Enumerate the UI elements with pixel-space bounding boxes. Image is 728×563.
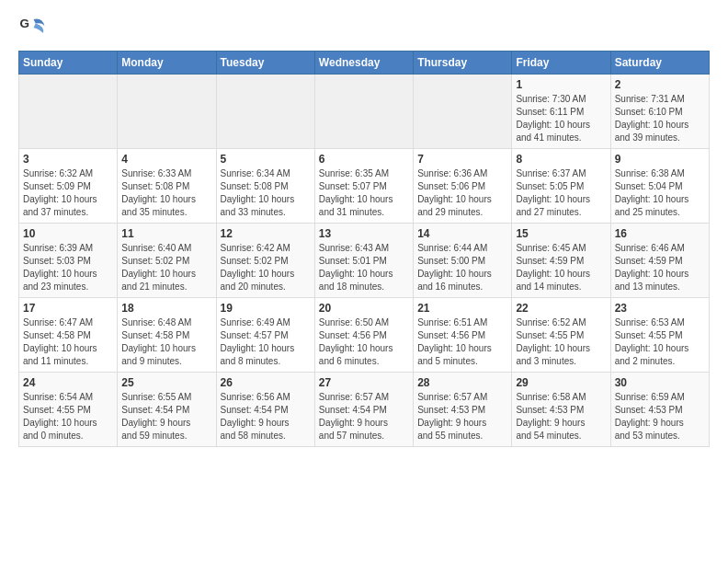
day-info: Sunrise: 7:31 AM Sunset: 6:10 PM Dayligh… bbox=[615, 93, 705, 144]
day-number: 6 bbox=[319, 153, 409, 166]
calendar-cell: 27Sunrise: 6:57 AM Sunset: 4:54 PM Dayli… bbox=[314, 373, 413, 447]
header-row: SundayMondayTuesdayWednesdayThursdayFrid… bbox=[19, 52, 710, 75]
day-number: 20 bbox=[319, 302, 409, 315]
calendar-table: SundayMondayTuesdayWednesdayThursdayFrid… bbox=[18, 51, 710, 447]
day-number: 30 bbox=[615, 376, 705, 389]
day-number: 12 bbox=[221, 227, 311, 240]
day-info: Sunrise: 6:57 AM Sunset: 4:54 PM Dayligh… bbox=[319, 391, 409, 442]
day-number: 13 bbox=[319, 227, 409, 240]
day-info: Sunrise: 6:43 AM Sunset: 5:01 PM Dayligh… bbox=[319, 242, 409, 293]
day-info: Sunrise: 6:52 AM Sunset: 4:55 PM Dayligh… bbox=[516, 316, 606, 368]
day-info: Sunrise: 6:35 AM Sunset: 5:07 PM Dayligh… bbox=[319, 167, 409, 219]
day-number: 29 bbox=[516, 376, 606, 389]
calendar-cell bbox=[118, 75, 216, 149]
column-header-tuesday: Tuesday bbox=[216, 52, 314, 75]
day-info: Sunrise: 6:53 AM Sunset: 4:55 PM Dayligh… bbox=[615, 316, 705, 368]
calendar-cell: 6Sunrise: 6:35 AM Sunset: 5:07 PM Daylig… bbox=[314, 149, 413, 224]
day-number: 8 bbox=[516, 153, 606, 166]
calendar-cell: 11Sunrise: 6:40 AM Sunset: 5:02 PM Dayli… bbox=[118, 224, 216, 298]
calendar-body: 1Sunrise: 7:30 AM Sunset: 6:11 PM Daylig… bbox=[19, 75, 710, 447]
day-number: 18 bbox=[121, 302, 211, 315]
day-info: Sunrise: 6:55 AM Sunset: 4:54 PM Dayligh… bbox=[121, 391, 211, 442]
day-number: 24 bbox=[23, 376, 113, 389]
day-info: Sunrise: 6:42 AM Sunset: 5:02 PM Dayligh… bbox=[221, 242, 311, 293]
day-number: 3 bbox=[23, 153, 113, 166]
day-number: 25 bbox=[121, 376, 211, 389]
column-header-saturday: Saturday bbox=[610, 52, 709, 75]
week-row-5: 24Sunrise: 6:54 AM Sunset: 4:55 PM Dayli… bbox=[19, 373, 710, 447]
day-info: Sunrise: 6:51 AM Sunset: 4:56 PM Dayligh… bbox=[417, 316, 507, 368]
calendar-cell: 7Sunrise: 6:36 AM Sunset: 5:06 PM Daylig… bbox=[414, 149, 512, 224]
day-number: 11 bbox=[121, 227, 211, 240]
week-row-4: 17Sunrise: 6:47 AM Sunset: 4:58 PM Dayli… bbox=[19, 298, 710, 373]
day-number: 17 bbox=[23, 302, 113, 315]
day-info: Sunrise: 6:49 AM Sunset: 4:57 PM Dayligh… bbox=[221, 316, 311, 368]
calendar-cell: 13Sunrise: 6:43 AM Sunset: 5:01 PM Dayli… bbox=[314, 224, 413, 298]
day-number: 4 bbox=[121, 153, 211, 166]
calendar-cell bbox=[314, 75, 413, 149]
day-info: Sunrise: 6:58 AM Sunset: 4:53 PM Dayligh… bbox=[516, 391, 606, 442]
svg-text:G: G bbox=[20, 17, 30, 30]
calendar-cell: 28Sunrise: 6:57 AM Sunset: 4:53 PM Dayli… bbox=[414, 373, 512, 447]
week-row-2: 3Sunrise: 6:32 AM Sunset: 5:09 PM Daylig… bbox=[19, 149, 710, 224]
calendar-cell: 2Sunrise: 7:31 AM Sunset: 6:10 PM Daylig… bbox=[610, 75, 709, 149]
day-number: 7 bbox=[417, 153, 507, 166]
day-info: Sunrise: 6:44 AM Sunset: 5:00 PM Dayligh… bbox=[417, 242, 507, 293]
column-header-monday: Monday bbox=[118, 52, 216, 75]
calendar-cell bbox=[216, 75, 314, 149]
calendar-cell: 5Sunrise: 6:34 AM Sunset: 5:08 PM Daylig… bbox=[216, 149, 314, 224]
day-number: 22 bbox=[516, 302, 606, 315]
day-number: 26 bbox=[221, 376, 311, 389]
calendar-cell: 25Sunrise: 6:55 AM Sunset: 4:54 PM Dayli… bbox=[118, 373, 216, 447]
calendar-cell: 12Sunrise: 6:42 AM Sunset: 5:02 PM Dayli… bbox=[216, 224, 314, 298]
day-number: 10 bbox=[23, 227, 113, 240]
day-number: 28 bbox=[417, 376, 507, 389]
calendar-cell: 24Sunrise: 6:54 AM Sunset: 4:55 PM Dayli… bbox=[19, 373, 118, 447]
column-header-friday: Friday bbox=[512, 52, 610, 75]
day-info: Sunrise: 6:57 AM Sunset: 4:53 PM Dayligh… bbox=[417, 391, 507, 442]
logo-icon: G bbox=[18, 14, 46, 41]
day-info: Sunrise: 6:45 AM Sunset: 4:59 PM Dayligh… bbox=[516, 242, 606, 293]
page-container: G SundayMondayTuesdayWednesdayThursdayFr… bbox=[0, 0, 728, 456]
calendar-cell: 26Sunrise: 6:56 AM Sunset: 4:54 PM Dayli… bbox=[216, 373, 314, 447]
day-info: Sunrise: 6:54 AM Sunset: 4:55 PM Dayligh… bbox=[23, 391, 113, 442]
day-number: 14 bbox=[417, 227, 507, 240]
calendar-cell: 8Sunrise: 6:37 AM Sunset: 5:05 PM Daylig… bbox=[512, 149, 610, 224]
calendar-cell bbox=[414, 75, 512, 149]
day-info: Sunrise: 6:32 AM Sunset: 5:09 PM Dayligh… bbox=[23, 167, 113, 219]
day-info: Sunrise: 6:34 AM Sunset: 5:08 PM Dayligh… bbox=[221, 167, 311, 219]
day-info: Sunrise: 6:37 AM Sunset: 5:05 PM Dayligh… bbox=[516, 167, 606, 219]
week-row-3: 10Sunrise: 6:39 AM Sunset: 5:03 PM Dayli… bbox=[19, 224, 710, 298]
day-info: Sunrise: 6:36 AM Sunset: 5:06 PM Dayligh… bbox=[417, 167, 507, 219]
calendar-cell: 9Sunrise: 6:38 AM Sunset: 5:04 PM Daylig… bbox=[610, 149, 709, 224]
day-info: Sunrise: 6:59 AM Sunset: 4:53 PM Dayligh… bbox=[615, 391, 705, 442]
day-info: Sunrise: 7:30 AM Sunset: 6:11 PM Dayligh… bbox=[516, 93, 606, 144]
calendar-cell: 3Sunrise: 6:32 AM Sunset: 5:09 PM Daylig… bbox=[19, 149, 118, 224]
day-info: Sunrise: 6:40 AM Sunset: 5:02 PM Dayligh… bbox=[121, 242, 211, 293]
calendar-cell: 17Sunrise: 6:47 AM Sunset: 4:58 PM Dayli… bbox=[19, 298, 118, 373]
calendar-cell: 19Sunrise: 6:49 AM Sunset: 4:57 PM Dayli… bbox=[216, 298, 314, 373]
column-header-wednesday: Wednesday bbox=[314, 52, 413, 75]
day-info: Sunrise: 6:56 AM Sunset: 4:54 PM Dayligh… bbox=[221, 391, 311, 442]
day-info: Sunrise: 6:47 AM Sunset: 4:58 PM Dayligh… bbox=[23, 316, 113, 368]
column-header-sunday: Sunday bbox=[19, 52, 118, 75]
day-info: Sunrise: 6:46 AM Sunset: 4:59 PM Dayligh… bbox=[615, 242, 705, 293]
day-info: Sunrise: 6:33 AM Sunset: 5:08 PM Dayligh… bbox=[121, 167, 211, 219]
day-number: 19 bbox=[221, 302, 311, 315]
day-info: Sunrise: 6:50 AM Sunset: 4:56 PM Dayligh… bbox=[319, 316, 409, 368]
calendar-cell: 20Sunrise: 6:50 AM Sunset: 4:56 PM Dayli… bbox=[314, 298, 413, 373]
calendar-cell: 4Sunrise: 6:33 AM Sunset: 5:08 PM Daylig… bbox=[118, 149, 216, 224]
day-info: Sunrise: 6:39 AM Sunset: 5:03 PM Dayligh… bbox=[23, 242, 113, 293]
calendar-cell: 22Sunrise: 6:52 AM Sunset: 4:55 PM Dayli… bbox=[512, 298, 610, 373]
calendar-cell: 23Sunrise: 6:53 AM Sunset: 4:55 PM Dayli… bbox=[610, 298, 709, 373]
calendar-cell bbox=[19, 75, 118, 149]
calendar-cell: 10Sunrise: 6:39 AM Sunset: 5:03 PM Dayli… bbox=[19, 224, 118, 298]
day-info: Sunrise: 6:38 AM Sunset: 5:04 PM Dayligh… bbox=[615, 167, 705, 219]
day-number: 23 bbox=[615, 302, 705, 315]
day-info: Sunrise: 6:48 AM Sunset: 4:58 PM Dayligh… bbox=[121, 316, 211, 368]
logo: G bbox=[18, 14, 48, 41]
day-number: 15 bbox=[516, 227, 606, 240]
day-number: 27 bbox=[319, 376, 409, 389]
calendar-cell: 14Sunrise: 6:44 AM Sunset: 5:00 PM Dayli… bbox=[414, 224, 512, 298]
day-number: 9 bbox=[615, 153, 705, 166]
